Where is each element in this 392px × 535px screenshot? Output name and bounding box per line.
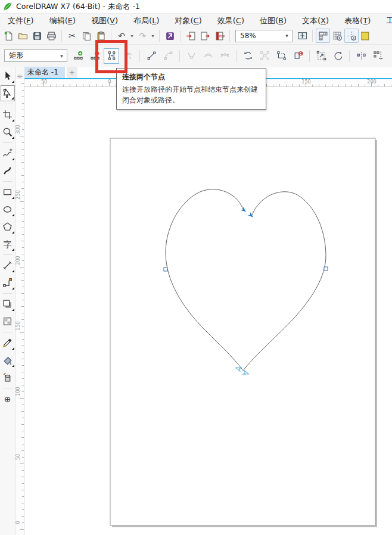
ruler-tick xyxy=(22,103,24,104)
tab-untitled-1[interactable]: 未命名 -1 xyxy=(21,67,65,78)
parallel-dimension-tool[interactable] xyxy=(1,257,15,273)
redo-dropdown[interactable]: ▾ xyxy=(150,29,156,43)
shape-tool[interactable] xyxy=(1,85,15,101)
align-nodes-button[interactable] xyxy=(370,48,385,64)
eyedropper-icon xyxy=(2,338,13,348)
reverse-direction-button[interactable] xyxy=(240,48,256,64)
separator xyxy=(309,50,310,62)
rectangle-tool[interactable] xyxy=(1,184,15,200)
copy[interactable] xyxy=(79,29,94,43)
drop-shadow-tool[interactable] xyxy=(1,296,15,312)
connector-tool[interactable] xyxy=(1,275,15,291)
import-icon xyxy=(186,31,196,41)
ruler-tick xyxy=(345,84,346,87)
ellipse-tool[interactable] xyxy=(1,201,15,217)
canvas-scene xyxy=(24,87,392,535)
vertical-ruler[interactable]: 050100150200250300 xyxy=(15,79,24,535)
interactive-fill-tool[interactable] xyxy=(1,352,15,368)
ruler-tick xyxy=(21,214,24,215)
chevron-down-icon: ▾ xyxy=(57,53,67,59)
ruler-tick xyxy=(22,444,24,444)
open-document[interactable] xyxy=(15,29,30,43)
undo-dropdown[interactable]: ▾ xyxy=(129,29,135,43)
ruler-label: 300 xyxy=(15,122,21,136)
menu-4[interactable]: 布局(L) xyxy=(126,14,167,27)
stretch-nodes-button[interactable] xyxy=(313,48,329,64)
ruler-tick xyxy=(266,84,267,87)
break-curve-icon xyxy=(123,51,133,61)
ruler-tick xyxy=(21,123,24,123)
menu-7[interactable]: 位图(B) xyxy=(252,14,294,27)
zoom-tool[interactable] xyxy=(1,124,15,140)
ruler-tick xyxy=(21,385,24,385)
clipped-toolbar-button[interactable] xyxy=(359,29,373,43)
paste[interactable] xyxy=(94,29,108,43)
menu-6[interactable]: 效果(C) xyxy=(210,14,252,27)
menu-5[interactable]: 对象(C) xyxy=(167,14,209,27)
show-guidelines[interactable] xyxy=(344,29,359,43)
new-tab-button[interactable]: + xyxy=(67,67,77,78)
undo[interactable]: ↶ xyxy=(114,29,129,43)
smart-fill-tool[interactable] xyxy=(1,369,15,385)
ruler-tick xyxy=(22,208,24,209)
customize-toolbox-button[interactable]: ⊕ xyxy=(1,391,15,407)
ext-close-icon xyxy=(276,51,287,61)
ruler-tick xyxy=(21,241,24,241)
menu-10[interactable]: 工具(O) xyxy=(378,14,392,27)
redo-icon: ↷ xyxy=(139,32,146,40)
text-tool[interactable]: 字 xyxy=(1,236,15,252)
reflect-h-icon xyxy=(356,51,366,61)
ruler-tick xyxy=(351,85,352,86)
rotate-skew-nodes-button[interactable] xyxy=(330,48,346,64)
drawing-canvas[interactable] xyxy=(24,87,392,535)
separator xyxy=(61,30,62,42)
menu-9[interactable]: 表格(T) xyxy=(337,14,378,27)
curve-node-square[interactable] xyxy=(324,267,328,270)
selection-marquee-combo[interactable]: 矩形▾ xyxy=(4,49,67,62)
artistic-media-tool[interactable] xyxy=(1,163,15,179)
show-rulers[interactable] xyxy=(316,29,330,43)
ruler-origin-corner[interactable] xyxy=(15,67,24,79)
menu-8[interactable]: 文本(X) xyxy=(294,14,337,27)
extend-curve-to-close-button[interactable] xyxy=(273,48,289,64)
full-screen-preview[interactable] xyxy=(295,29,309,43)
save-document[interactable] xyxy=(30,29,44,43)
polygon-tool[interactable] xyxy=(1,219,15,235)
tooltip-title: 连接两个节点 xyxy=(122,71,260,83)
close-curve-button[interactable] xyxy=(290,48,306,64)
crop-tool[interactable] xyxy=(1,107,15,123)
menu-2[interactable]: 编辑(E) xyxy=(42,14,83,27)
standard-toolbar: ✂↶▾↷▾PDF58%▾ xyxy=(0,27,392,44)
import[interactable] xyxy=(183,29,198,43)
ruler-tick xyxy=(22,418,24,418)
zoom-level-combo[interactable]: 58%▾ xyxy=(235,30,293,42)
transparency-tool[interactable] xyxy=(1,313,15,329)
curve-node-square[interactable] xyxy=(164,268,167,271)
convert-to-line-button[interactable] xyxy=(144,48,159,64)
menu-1[interactable]: 文件(F) xyxy=(0,14,42,27)
print[interactable] xyxy=(44,29,58,43)
color-eyedropper-tool[interactable] xyxy=(1,335,15,351)
join-two-nodes-button[interactable] xyxy=(104,48,119,64)
application-launcher[interactable] xyxy=(163,29,177,43)
ruler-tick xyxy=(22,457,24,458)
new-document[interactable] xyxy=(1,29,15,43)
add-nodes-button[interactable] xyxy=(70,48,86,64)
reflect-nodes-button[interactable] xyxy=(353,48,369,64)
menu-3[interactable]: 视图(V) xyxy=(83,14,126,27)
ruler-tick xyxy=(102,85,103,86)
freehand-tool[interactable] xyxy=(1,145,15,161)
transparency-icon xyxy=(2,316,13,326)
ruler-tick xyxy=(286,85,287,86)
delete-nodes-button[interactable] xyxy=(87,48,102,64)
cut[interactable]: ✂ xyxy=(65,29,79,43)
paste-icon xyxy=(96,31,106,41)
show-grid[interactable] xyxy=(330,29,344,43)
ruler-tick xyxy=(325,85,326,86)
ruler-tick xyxy=(358,84,359,87)
ruler-tick xyxy=(22,234,24,235)
export[interactable] xyxy=(198,29,212,43)
pick-tool[interactable] xyxy=(1,68,15,84)
publish-to-pdf[interactable]: PDF xyxy=(212,29,226,43)
flyout-indicator xyxy=(12,365,14,367)
